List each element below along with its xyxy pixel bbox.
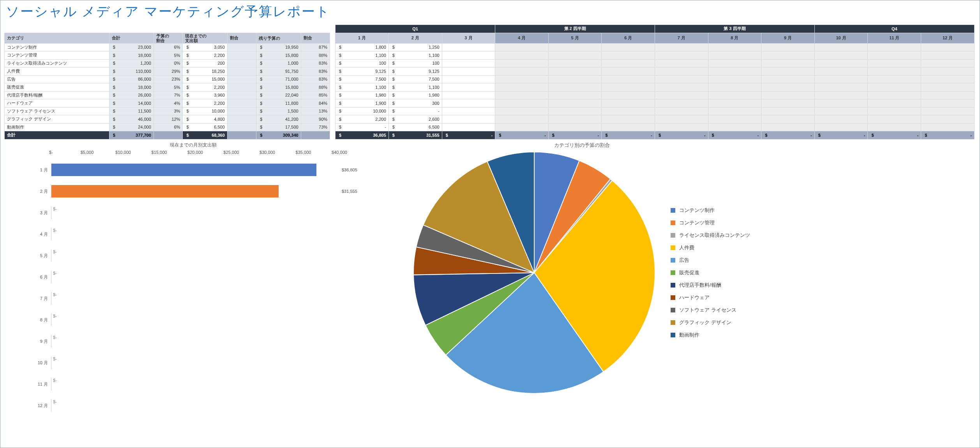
cell-month: [602, 75, 655, 83]
cell-month: [868, 67, 921, 76]
cell-month: [548, 99, 602, 108]
cell-month: [868, 115, 921, 123]
cell-month: [548, 115, 602, 123]
col-total: 合計: [109, 33, 154, 43]
cell-pbudget: 5%: [154, 83, 183, 92]
legend-item: グラフィック デザイン: [671, 316, 750, 329]
total-total: $377,700: [109, 131, 154, 139]
legend-label: コンテンツ制作: [679, 204, 715, 217]
cell-month: [921, 91, 975, 99]
cell-pbudget: 23%: [154, 75, 183, 83]
col-percent: 割合: [227, 33, 256, 43]
cell-month: [868, 107, 921, 115]
cell-percent: [227, 59, 256, 67]
total-month: $-: [548, 131, 602, 139]
total-month: $-: [602, 131, 655, 139]
cell-category: コンテンツ管理: [5, 51, 109, 60]
cell-month: [814, 67, 868, 76]
table-total-row: 合計$377,700$68,360$309,340$36,805$31,555$…: [5, 131, 975, 139]
bar-row-label: 1 月: [32, 167, 51, 173]
cell-month: [761, 115, 815, 123]
col-month-2: 2 月: [388, 33, 442, 43]
cell-month: [814, 91, 868, 99]
bar-row-label: 12 月: [32, 403, 51, 409]
cell-percent: [227, 83, 256, 92]
bar-axis-tick: $15,000: [152, 150, 167, 155]
col-month-6: 6 月: [602, 33, 655, 43]
table-row: 人件費$110,00029%$18,250$91,75083%$9,125$9,…: [5, 67, 975, 76]
cell-month: [761, 43, 815, 51]
cell-month: $2,200: [335, 115, 389, 123]
legend-item: ソフトウェア ライセンス: [671, 304, 750, 316]
cell-month: [761, 83, 815, 92]
cell-pbudget: 4%: [154, 99, 183, 108]
bar-row-label: 6 月: [32, 274, 51, 280]
legend-item: コンテンツ制作: [671, 204, 750, 217]
bar-row: 4 月$-: [32, 224, 382, 245]
cell-category: ハードウェア: [5, 99, 109, 108]
pie-chart-legend: コンテンツ制作コンテンツ管理ライセンス取得済みコンテンツ人件費広告販売促進代理店…: [671, 204, 750, 341]
total-label: 合計: [5, 131, 109, 139]
cell-percent: [227, 99, 256, 108]
cell-total: $23,000: [109, 43, 154, 51]
cell-month: [761, 123, 815, 131]
cell-remaining-pct: 83%: [301, 59, 330, 67]
cell-month: $300: [388, 99, 442, 108]
cell-month: [708, 99, 761, 108]
cell-pbudget: 12%: [154, 115, 183, 123]
cell-month: [814, 51, 868, 60]
cell-remaining-pct: 88%: [301, 51, 330, 60]
cell-pbudget: 3%: [154, 107, 183, 115]
cell-month: [442, 83, 495, 92]
cell-month: [814, 43, 868, 51]
cell-month: [548, 107, 602, 115]
bar-row-label: 10 月: [32, 360, 51, 366]
legend-swatch: [671, 208, 675, 213]
cell-month: $1,100: [335, 51, 389, 60]
cell-month: [442, 115, 495, 123]
cell-month: $1,100: [335, 83, 389, 92]
cell-spent: $6,500: [183, 123, 227, 131]
cell-total: $46,000: [109, 115, 154, 123]
cell-remaining: $15,800: [256, 83, 301, 92]
cell-spent: $3,960: [183, 91, 227, 99]
bar-row-label: 7 月: [32, 296, 51, 302]
cell-month: [761, 67, 815, 76]
legend-label: ハードウェア: [679, 291, 710, 304]
legend-swatch: [671, 270, 675, 275]
col-month-3: 3 月: [442, 33, 495, 43]
cell-percent: [227, 115, 256, 123]
cell-pbudget: 6%: [154, 123, 183, 131]
cell-month: [655, 115, 708, 123]
cell-month: [868, 43, 921, 51]
cell-total: $18,000: [109, 51, 154, 60]
cell-percent: [227, 123, 256, 131]
col-remaining-pct: 割合: [301, 33, 330, 43]
cell-month: [655, 83, 708, 92]
legend-label: ソフトウェア ライセンス: [679, 304, 736, 316]
bar-row: 8 月$-: [32, 309, 382, 331]
cell-month: $-: [335, 123, 389, 131]
bar-zero-label: $-: [53, 206, 57, 211]
cell-month: [602, 99, 655, 108]
bar-row: 3 月$-: [32, 202, 382, 224]
bar-axis-tick: $-: [49, 150, 53, 155]
bar-row-label: 2 月: [32, 189, 51, 194]
cell-month: [442, 51, 495, 60]
total-month: $-: [495, 131, 549, 139]
cell-remaining-pct: 90%: [301, 115, 330, 123]
cell-month: [442, 43, 495, 51]
cell-month: [442, 75, 495, 83]
bar-row-label: 8 月: [32, 317, 51, 323]
cell-month: $1,980: [388, 91, 442, 99]
legend-swatch: [671, 245, 675, 250]
legend-label: コンテンツ管理: [679, 217, 715, 229]
cell-month: [868, 51, 921, 60]
table-row: グラフィック デザイン$46,00012%$4,800$41,20090%$2,…: [5, 115, 975, 123]
cell-spent: $200: [183, 59, 227, 67]
legend-item: ハードウェア: [671, 291, 750, 304]
quarter-q1: Q1: [335, 25, 495, 33]
table-row: 広告$86,00023%$15,000$71,00083%$7,500$7,50…: [5, 75, 975, 83]
cell-month: [655, 51, 708, 60]
cell-month: $1,980: [335, 91, 389, 99]
